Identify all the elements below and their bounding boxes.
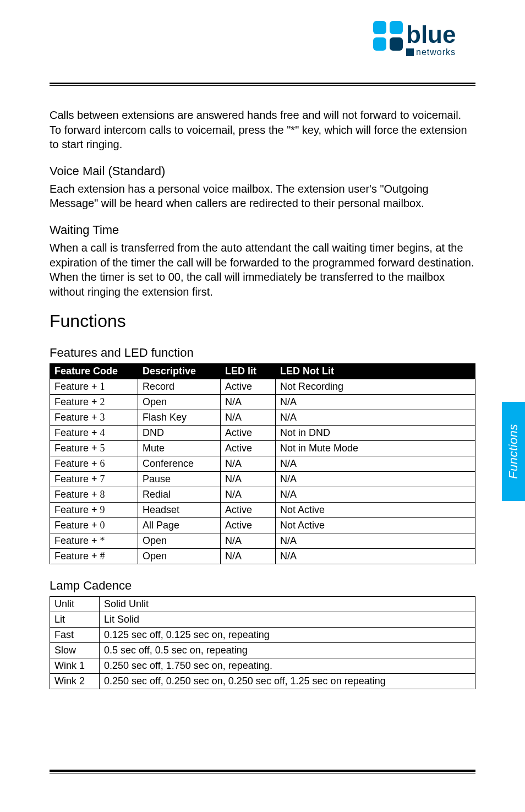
descriptive-cell: DND <box>138 426 221 441</box>
feature-code-prefix: Feature + <box>54 427 100 438</box>
table-row: Feature + 0All PageActiveNot Active <box>50 518 475 533</box>
feature-code-cell: Feature + 9 <box>50 503 138 518</box>
waiting-time-heading: Waiting Time <box>50 223 475 237</box>
table-row: Feature + 4DNDActiveNot in DND <box>50 426 475 441</box>
descriptive-cell: Flash Key <box>138 410 221 426</box>
feature-code-suffix: 6 <box>100 458 105 469</box>
cadence-name-cell: Unlit <box>50 597 100 612</box>
descriptive-cell: Open <box>138 549 221 564</box>
feature-code-prefix: Feature + <box>54 551 100 562</box>
feature-code-suffix: # <box>100 551 105 562</box>
table-row: Feature + *OpenN/AN/A <box>50 533 475 549</box>
led-not-lit-cell: Not Recording <box>276 379 475 395</box>
feature-code-cell: Feature + 7 <box>50 472 138 487</box>
led-not-lit-cell: N/A <box>276 395 475 410</box>
col-header-feature-code: Feature Code <box>50 364 138 379</box>
feature-code-prefix: Feature + <box>54 396 100 407</box>
table-row: Slow0.5 sec off, 0.5 sec on, repeating <box>50 643 475 658</box>
cadence-name-cell: Wink 2 <box>50 674 100 689</box>
cadence-desc-cell: 0.250 sec off, 0.250 sec on, 0.250 sec o… <box>100 674 475 689</box>
feature-code-cell: Feature + 0 <box>50 518 138 533</box>
table-header-row: Feature Code Descriptive LED lit LED Not… <box>50 364 475 379</box>
feature-code-suffix: 5 <box>100 443 105 454</box>
feature-code-cell: Feature + 3 <box>50 410 138 426</box>
col-header-led-not-lit: LED Not Lit <box>276 364 475 379</box>
led-lit-cell: Active <box>221 426 276 441</box>
led-not-lit-cell: N/A <box>276 472 475 487</box>
col-header-led-lit: LED lit <box>221 364 276 379</box>
feature-code-prefix: Feature + <box>54 520 100 531</box>
features-led-heading: Features and LED function <box>50 346 475 360</box>
led-lit-cell: N/A <box>221 533 276 549</box>
side-tab-functions: Functions <box>502 402 525 501</box>
led-lit-cell: Active <box>221 441 276 456</box>
led-lit-cell: Active <box>221 518 276 533</box>
feature-code-suffix: 2 <box>100 396 105 407</box>
feature-code-cell: Feature + 1 <box>50 379 138 395</box>
feature-code-cell: Feature + # <box>50 549 138 564</box>
cadence-desc-cell: Lit Solid <box>100 612 475 628</box>
cadence-name-cell: Fast <box>50 628 100 643</box>
feature-code-cell: Feature + 8 <box>50 487 138 503</box>
table-row: UnlitSolid Unlit <box>50 597 475 612</box>
table-row: Feature + 8RedialN/AN/A <box>50 487 475 503</box>
led-lit-cell: N/A <box>221 410 276 426</box>
led-not-lit-cell: Not in Mute Mode <box>276 441 475 456</box>
led-lit-cell: Active <box>221 503 276 518</box>
svg-rect-1 <box>390 21 403 34</box>
feature-code-suffix: 7 <box>100 473 105 484</box>
feature-code-prefix: Feature + <box>54 458 100 469</box>
feature-code-suffix: 9 <box>100 504 105 515</box>
feature-code-prefix: Feature + <box>54 412 100 423</box>
descriptive-cell: All Page <box>138 518 221 533</box>
table-row: Wink 20.250 sec off, 0.250 sec on, 0.250… <box>50 674 475 689</box>
cadence-desc-cell: Solid Unlit <box>100 597 475 612</box>
logo-subtext: networks <box>416 47 456 57</box>
table-row: Feature + 7PauseN/AN/A <box>50 472 475 487</box>
header-rule-thick <box>50 83 475 84</box>
lamp-cadence-table: UnlitSolid UnlitLitLit SolidFast0.125 se… <box>50 596 475 689</box>
feature-code-prefix: Feature + <box>54 535 100 546</box>
descriptive-cell: Record <box>138 379 221 395</box>
feature-code-cell: Feature + 6 <box>50 456 138 472</box>
lamp-cadence-heading: Lamp Cadence <box>50 579 475 593</box>
led-not-lit-cell: N/A <box>276 410 475 426</box>
cadence-desc-cell: 0.250 sec off, 1.750 sec on, repeating. <box>100 658 475 674</box>
feature-code-prefix: Feature + <box>54 504 100 515</box>
led-not-lit-cell: Not Active <box>276 518 475 533</box>
feature-code-suffix: * <box>100 535 105 546</box>
descriptive-cell: Headset <box>138 503 221 518</box>
table-row: Fast0.125 sec off, 0.125 sec on, repeati… <box>50 628 475 643</box>
led-not-lit-cell: N/A <box>276 533 475 549</box>
page: blue networks Functions Calls between ex… <box>0 0 525 812</box>
led-lit-cell: N/A <box>221 472 276 487</box>
led-lit-cell: N/A <box>221 395 276 410</box>
side-tab-label: Functions <box>506 424 521 479</box>
header-rule-thin <box>50 85 475 86</box>
descriptive-cell: Open <box>138 395 221 410</box>
features-led-table: Feature Code Descriptive LED lit LED Not… <box>50 363 475 564</box>
feature-code-suffix: 8 <box>100 489 105 500</box>
table-row: Feature + 6ConferenceN/AN/A <box>50 456 475 472</box>
descriptive-cell: Redial <box>138 487 221 503</box>
led-lit-cell: N/A <box>221 456 276 472</box>
led-not-lit-cell: N/A <box>276 549 475 564</box>
led-not-lit-cell: N/A <box>276 487 475 503</box>
blue-networks-logo-icon: blue networks <box>371 19 475 66</box>
led-lit-cell: N/A <box>221 487 276 503</box>
feature-code-cell: Feature + 5 <box>50 441 138 456</box>
feature-code-suffix: 1 <box>100 381 105 392</box>
led-lit-cell: N/A <box>221 549 276 564</box>
cadence-desc-cell: 0.125 sec off, 0.125 sec on, repeating <box>100 628 475 643</box>
table-row: Wink 10.250 sec off, 1.750 sec on, repea… <box>50 658 475 674</box>
feature-code-prefix: Feature + <box>54 443 100 454</box>
feature-code-cell: Feature + * <box>50 533 138 549</box>
table-row: Feature + 1RecordActiveNot Recording <box>50 379 475 395</box>
led-not-lit-cell: N/A <box>276 456 475 472</box>
feature-code-cell: Feature + 4 <box>50 426 138 441</box>
svg-rect-3 <box>390 37 403 51</box>
col-header-descriptive: Descriptive <box>138 364 221 379</box>
descriptive-cell: Pause <box>138 472 221 487</box>
led-not-lit-cell: Not in DND <box>276 426 475 441</box>
footer-rule-thick <box>50 770 475 772</box>
